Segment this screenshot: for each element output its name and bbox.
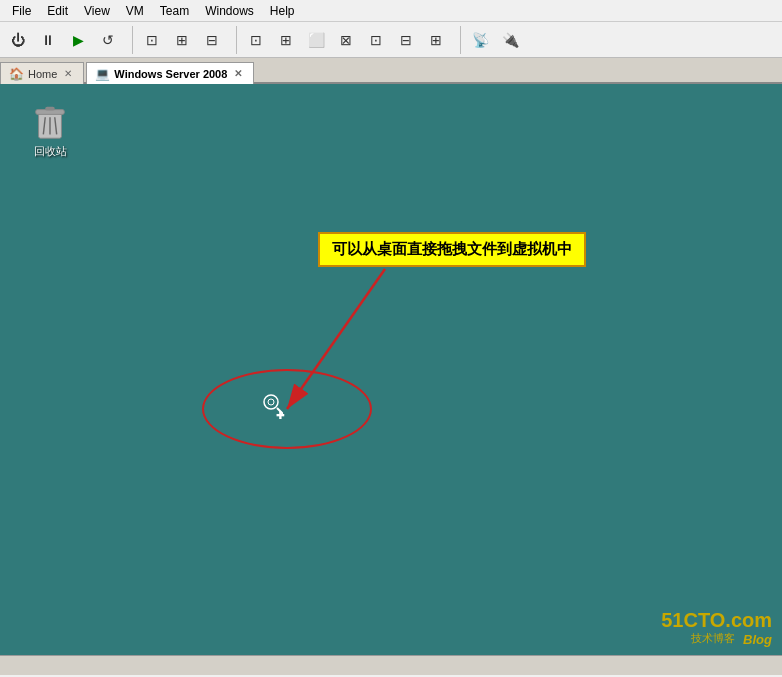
annotation-arrow [0,84,782,655]
menu-team[interactable]: Team [152,2,197,20]
toolbar: ⏻ ⏸ ▶ ↺ ⊡ ⊞ ⊟ ⊡ ⊞ ⬜ ⊠ ⊡ ⊟ ⊞ 📡 🔌 [0,22,782,58]
clip5-button[interactable]: ⊡ [362,26,390,54]
menu-edit[interactable]: Edit [39,2,76,20]
snap1-button[interactable]: ⊡ [138,26,166,54]
connect-button[interactable]: 📡 [466,26,494,54]
clip4-button[interactable]: ⊠ [332,26,360,54]
recycle-bin-label: 回收站 [34,144,67,159]
recycle-bin[interactable]: 回收站 [20,102,80,159]
snap2-button[interactable]: ⊞ [168,26,196,54]
menu-windows[interactable]: Windows [197,2,262,20]
vm-tab-icon: 💻 [95,67,110,81]
tab-windows-server-label: Windows Server 2008 [114,68,227,80]
snap3-button[interactable]: ⊟ [198,26,226,54]
watermark-brand: 51CTO.com [661,609,772,632]
tab-home-close[interactable]: ✕ [61,67,75,81]
annotation-text: 可以从桌面直接拖拽文件到虚拟机中 [332,240,572,257]
cursor-plus-icon: ✚ [276,410,284,421]
tab-home-label: Home [28,68,57,80]
svg-point-8 [264,395,278,409]
reset-button[interactable]: ↺ [94,26,122,54]
menu-view[interactable]: View [76,2,118,20]
pause-button[interactable]: ⏸ [34,26,62,54]
watermark-blog: Blog [743,632,772,647]
vm-desktop[interactable]: 回收站 可以从桌面直接拖拽文件到虚拟机中 ✚ 51CTO.com 技术博客 [0,84,782,655]
clip1-button[interactable]: ⊡ [242,26,270,54]
menu-vm[interactable]: VM [118,2,152,20]
tab-windows-server-close[interactable]: ✕ [231,67,245,81]
clip7-button[interactable]: ⊞ [422,26,450,54]
menu-file[interactable]: File [4,2,39,20]
cursor-ellipse [202,369,372,449]
tab-bar: 🏠 Home ✕ 💻 Windows Server 2008 ✕ [0,58,782,84]
tab-home[interactable]: 🏠 Home ✕ [0,62,84,84]
menu-help[interactable]: Help [262,2,303,20]
recycle-bin-icon [32,102,68,142]
svg-point-9 [268,399,274,405]
disconnect-button[interactable]: 🔌 [496,26,524,54]
status-bar [0,655,782,675]
clip6-button[interactable]: ⊟ [392,26,420,54]
watermark: 51CTO.com 技术博客 Blog [661,609,772,647]
svg-line-7 [287,269,385,409]
cursor-icon [263,394,283,423]
menu-bar: File Edit View VM Team Windows Help [0,0,782,22]
separator-2 [231,26,237,54]
annotation-box: 可以从桌面直接拖拽文件到虚拟机中 [318,232,586,267]
separator-1 [127,26,133,54]
tab-windows-server[interactable]: 💻 Windows Server 2008 ✕ [86,62,254,84]
home-icon: 🏠 [9,67,24,81]
separator-3 [455,26,461,54]
svg-rect-2 [45,107,55,111]
power-button[interactable]: ⏻ [4,26,32,54]
play-button[interactable]: ▶ [64,26,92,54]
watermark-sub: 技术博客 [691,631,735,646]
clip2-button[interactable]: ⊞ [272,26,300,54]
clip3-button[interactable]: ⬜ [302,26,330,54]
